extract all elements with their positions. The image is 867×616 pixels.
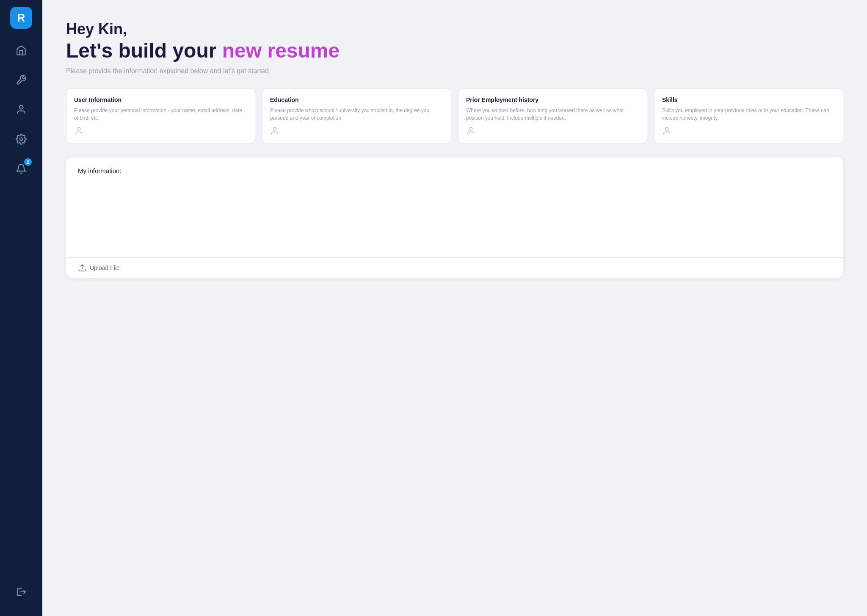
header: Hey Kin, Let's build your new resume Ple… <box>66 20 843 75</box>
card-education: Education Please provide which school / … <box>262 88 451 143</box>
textarea-container: My information: Upload File <box>66 157 843 278</box>
user-icon-3 <box>466 126 475 135</box>
sidebar-bottom <box>12 583 30 609</box>
sidebar-item-home[interactable] <box>12 41 30 59</box>
user-icon-4 <box>662 126 671 135</box>
card-icon-employment <box>466 126 639 137</box>
textarea-footer: Upload File <box>66 257 843 278</box>
upload-file-button[interactable]: Upload File <box>78 264 120 272</box>
headline-dark: Let's build your <box>66 39 216 62</box>
svg-point-0 <box>19 105 23 109</box>
textarea-wrapper: My information: <box>66 157 843 257</box>
user-icon-2 <box>270 126 279 135</box>
page-subtitle: Please provide the information explained… <box>66 67 843 75</box>
info-cards-grid: User Information Please provide your per… <box>66 88 843 143</box>
app-logo: R <box>10 7 32 29</box>
card-title-user-info: User Information <box>74 96 247 103</box>
sidebar-item-notifications[interactable]: 2 <box>12 160 30 178</box>
card-skills: Skills Skills you employed in your previ… <box>654 88 843 143</box>
card-icon-user-info <box>74 126 247 137</box>
home-icon <box>16 45 27 56</box>
card-desc-skills: Skills you employed in your previous rol… <box>662 107 835 122</box>
greeting-text: Hey Kin, <box>66 20 843 38</box>
tools-icon <box>16 74 27 85</box>
sidebar: R <box>0 0 42 616</box>
my-information-textarea[interactable] <box>78 179 831 256</box>
svg-point-4 <box>273 127 276 130</box>
main-content: Hey Kin, Let's build your new resume Ple… <box>42 0 867 616</box>
card-desc-education: Please provide which school / university… <box>270 107 443 122</box>
logo-letter: R <box>17 11 25 25</box>
card-prior-employment: Prior Employment history Where you worke… <box>458 88 647 143</box>
headline: Let's build your new resume <box>66 40 843 62</box>
svg-point-1 <box>20 138 23 141</box>
sidebar-item-tools[interactable] <box>12 71 30 89</box>
headline-highlight: new resume <box>222 39 340 62</box>
card-icon-education <box>270 126 443 137</box>
bell-icon <box>16 163 27 174</box>
card-desc-employment: Where you worked before, how long you wo… <box>466 107 639 122</box>
svg-point-5 <box>469 127 472 130</box>
settings-icon <box>16 134 27 145</box>
sidebar-item-profile[interactable] <box>12 101 30 118</box>
upload-file-label: Upload File <box>90 264 120 271</box>
door-icon <box>16 586 27 597</box>
my-information-label: My information: <box>78 167 831 174</box>
card-title-education: Education <box>270 96 443 103</box>
card-user-information: User Information Please provide your per… <box>66 88 255 143</box>
svg-point-3 <box>77 127 80 130</box>
card-desc-user-info: Please provide your personal information… <box>74 107 247 122</box>
sidebar-item-settings[interactable] <box>12 130 30 148</box>
profile-icon <box>16 104 27 115</box>
card-title-skills: Skills <box>662 96 835 103</box>
sidebar-nav: 2 <box>12 41 30 583</box>
svg-point-6 <box>665 127 668 130</box>
card-title-employment: Prior Employment history <box>466 96 639 103</box>
user-icon-1 <box>74 126 83 135</box>
upload-icon <box>78 264 86 272</box>
sidebar-item-exit[interactable] <box>12 583 30 601</box>
notification-badge: 2 <box>24 158 32 166</box>
card-icon-skills <box>662 126 835 137</box>
